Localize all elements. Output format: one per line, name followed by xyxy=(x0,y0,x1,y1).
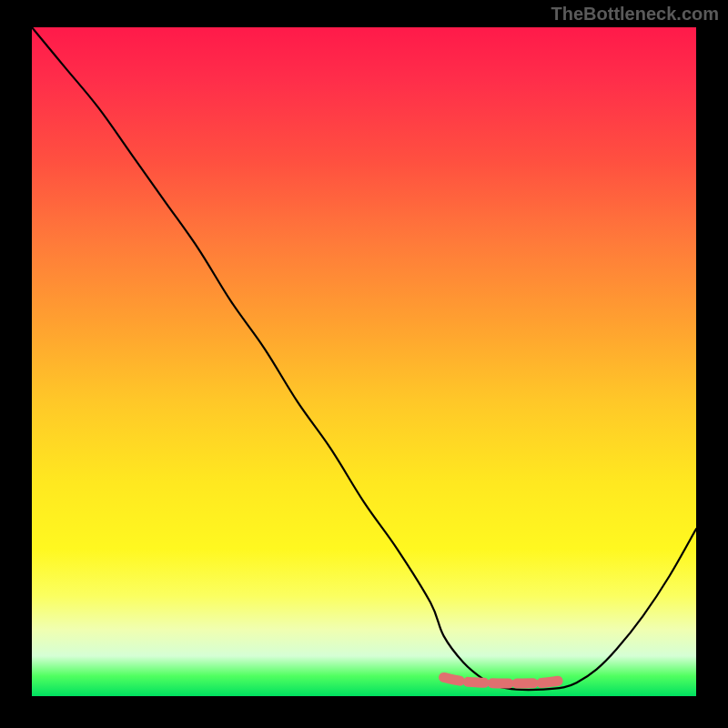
chart-plot-area xyxy=(32,27,696,696)
watermark-text: TheBottleneck.com xyxy=(551,4,719,25)
bottleneck-curve-path xyxy=(32,27,696,690)
optimal-range-marker-path xyxy=(444,677,563,683)
chart-svg xyxy=(32,27,696,696)
